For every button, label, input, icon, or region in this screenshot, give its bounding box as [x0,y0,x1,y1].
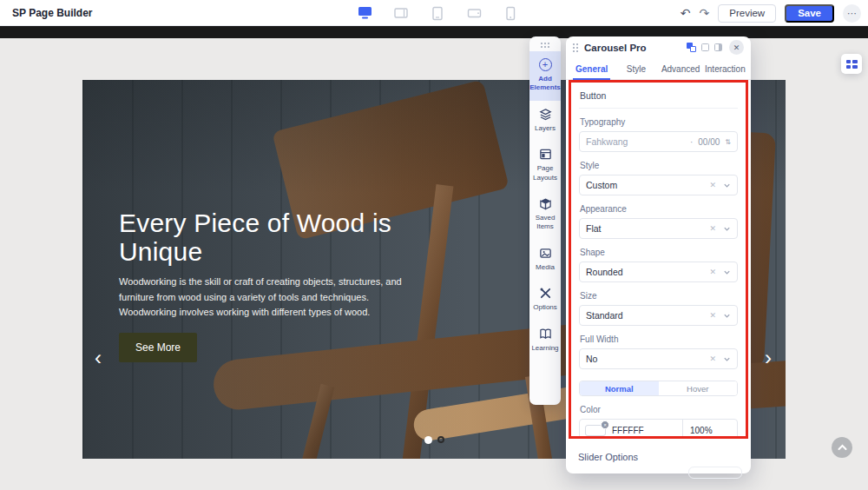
color-hex-value[interactable]: FFFFFF [612,426,675,435]
duplicate-icon[interactable] [687,43,696,52]
chevron-down-icon [723,182,731,189]
app-toolbar: SP Page Builder ↶ ↷ Preview Save ⋯ [0,0,868,26]
desktop-device-icon[interactable] [356,5,373,21]
clear-icon[interactable]: ✕ [709,181,716,189]
style-select[interactable]: Custom ✕ [579,175,738,195]
preview-button[interactable]: Preview [718,4,776,23]
typography-separator: · [690,137,693,147]
clear-icon[interactable]: ✕ [709,311,716,320]
scroll-to-top-button[interactable] [832,437,852,458]
chevron-down-icon [723,355,731,363]
color-swatch[interactable]: ✕ [585,425,606,436]
collapsed-section-edge [688,467,742,479]
panel-header: Carousel Pro ✕ [566,36,751,58]
save-button[interactable]: Save [785,4,834,23]
highlighted-settings-region: Button Typography Fahkwang · 00/00 ⇅ Sty… [569,80,748,439]
clear-icon[interactable]: ✕ [709,268,716,276]
tools-icon [539,287,552,300]
sidebar-item-label: Add Elements [529,75,561,93]
shape-select[interactable]: Rounded ✕ [579,262,738,282]
size-value: Standard [586,310,709,321]
grid-icon [846,60,858,69]
tab-style[interactable]: Style [614,58,658,79]
clear-icon[interactable]: ✕ [709,224,716,233]
hero-text-block: Every Piece of Wood is Unique Woodworkin… [119,209,423,362]
typography-field[interactable]: Fahkwang · 00/00 ⇅ [579,131,738,152]
hero-heading: Every Piece of Wood is Unique [119,209,423,266]
typography-adjust-icon[interactable]: ⇅ [725,138,731,146]
see-more-button[interactable]: See More [119,333,197,362]
undo-icon[interactable]: ↶ [681,7,691,19]
color-label: Color [580,405,737,414]
style-label: Style [580,161,737,170]
tab-general[interactable]: General [569,58,614,79]
full-width-label: Full Width [580,334,737,344]
clear-color-icon[interactable]: ✕ [601,420,609,429]
plus-circle-icon: + [539,58,552,71]
sidebar-item-options[interactable]: Options [529,280,561,320]
carousel-pro-settings-panel: Carousel Pro ✕ General Style Advanced In… [566,36,751,473]
book-icon [539,328,552,341]
normal-state-tab[interactable]: Normal [580,381,659,395]
laptop-device-icon[interactable] [392,5,410,21]
sidebar-item-media[interactable]: Media [529,240,561,280]
divider [682,420,683,440]
full-width-value: No [586,354,709,364]
style-value: Custom [586,180,709,190]
toolbar-actions: ↶ ↷ Preview Save ⋯ [681,0,861,26]
font-family-value: Fahkwang [586,136,690,147]
responsive-device-switcher [356,0,519,26]
state-toggle: Normal Hover [579,381,738,396]
app-title: SP Page Builder [12,7,92,19]
sidebar-item-add-elements[interactable]: + Add Elements [529,51,561,101]
more-options-button[interactable]: ⋯ [843,4,861,23]
sidebar-item-label: Saved Items [530,214,560,232]
tablet-device-icon[interactable] [429,5,446,21]
dock-right-icon[interactable] [714,43,722,51]
chevron-down-icon [723,225,731,233]
shape-value: Rounded [586,267,709,277]
color-picker-row[interactable]: ✕ FFFFFF 100% [579,419,738,439]
dock-left-icon[interactable] [701,43,709,51]
full-width-select[interactable]: No ✕ [579,348,738,369]
clear-icon[interactable]: ✕ [709,354,716,363]
carousel-next-arrow[interactable]: › [758,346,779,370]
panel-tabs: General Style Advanced Interaction [566,58,751,80]
sidebar-drag-handle-icon[interactable] [540,43,550,48]
mobile-device-icon[interactable] [502,5,519,21]
layers-icon [539,108,552,121]
close-icon[interactable]: ✕ [729,40,744,55]
panel-drag-handle-icon[interactable] [573,43,578,52]
mobile-landscape-device-icon[interactable] [465,5,483,21]
sidebar-item-label: Options [533,303,557,312]
size-select[interactable]: Standard ✕ [579,305,738,326]
panel-title: Carousel Pro [584,43,687,53]
tab-advanced[interactable]: Advanced [659,58,703,79]
hover-state-tab[interactable]: Hover [659,381,738,395]
appearance-value: Flat [586,223,709,234]
section-title-button: Button [579,88,738,109]
color-opacity-value[interactable]: 100% [690,426,732,435]
carousel-dots [424,436,444,444]
image-icon [539,247,552,260]
sidebar-item-learning[interactable]: Learning [529,321,561,361]
sidebar-item-page-layouts[interactable]: Page Layouts [529,141,561,190]
carousel-prev-arrow[interactable]: ‹ [88,346,108,370]
font-size-value: 00/00 [698,137,720,147]
carousel-dot-active[interactable] [424,436,432,444]
appearance-select[interactable]: Flat ✕ [579,218,738,239]
chevron-up-icon [838,444,847,451]
chevron-down-icon [723,268,731,276]
typography-label: Typography [580,117,737,127]
tab-interaction[interactable]: Interaction [703,58,747,79]
sidebar-item-label: Page Layouts [530,164,560,182]
redo-icon[interactable]: ↷ [700,7,710,19]
layout-icon [539,148,552,161]
section-settings-button[interactable] [841,54,862,74]
hero-paragraph: Woodworking is the skill or craft of cre… [119,275,423,321]
cube-icon [539,197,552,210]
builder-sidebar: + Add Elements Layers Page Layouts Saved… [529,36,561,405]
sidebar-item-saved-items[interactable]: Saved Items [529,190,561,240]
carousel-dot[interactable] [437,436,444,443]
sidebar-item-layers[interactable]: Layers [529,101,561,141]
